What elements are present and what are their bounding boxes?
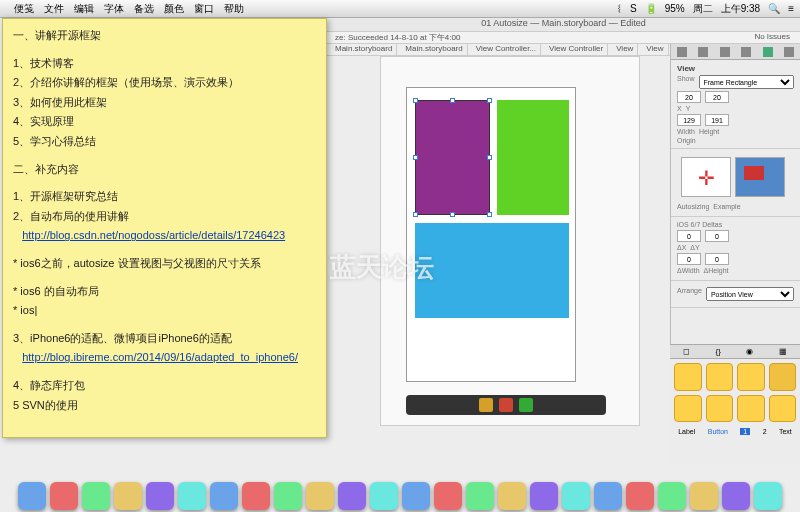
menu-alt[interactable]: 备选 <box>134 2 154 16</box>
inspector-tabs[interactable] <box>671 44 800 60</box>
jump-bar[interactable]: Main.storyboard Main.storyboard View Con… <box>327 44 670 56</box>
purple-view[interactable] <box>415 100 490 215</box>
jump-0[interactable]: Main.storyboard <box>331 44 397 55</box>
autosizing-example <box>735 157 785 197</box>
jump-3[interactable]: View Controller <box>545 44 608 55</box>
screen-icon[interactable]: S <box>630 3 637 14</box>
dock-app-icon[interactable] <box>594 482 622 510</box>
dock-app-icon[interactable] <box>754 482 782 510</box>
clock[interactable]: 上午9:38 <box>721 2 760 16</box>
lib-item[interactable] <box>737 363 765 391</box>
sticky-note[interactable]: 一、讲解开源框架 1、技术博客 2、介绍你讲解的框架（使用场景、演示效果） 3、… <box>2 18 327 438</box>
dock-app-icon[interactable] <box>498 482 526 510</box>
xcode-window-title: 01 Autosize — Main.storyboard — Edited <box>327 18 800 32</box>
dock-app-icon[interactable] <box>242 482 270 510</box>
menu-file[interactable]: 文件 <box>44 2 64 16</box>
notification-icon[interactable]: ≡ <box>788 3 794 14</box>
jump-1[interactable]: Main.storyboard <box>401 44 467 55</box>
lib-item[interactable] <box>737 395 765 423</box>
spotlight-icon[interactable]: 🔍 <box>768 3 780 14</box>
arrange-select[interactable]: Position View <box>706 287 794 301</box>
debug-btn-1[interactable] <box>479 398 493 412</box>
debug-btn-2[interactable] <box>499 398 513 412</box>
x-field[interactable] <box>677 91 701 103</box>
note-l11: 3、iPhone6的适配、微博项目iPhone6的适配 <box>13 330 316 348</box>
menu-font[interactable]: 字体 <box>104 2 124 16</box>
canvas-toolbar <box>406 395 606 415</box>
autosizing-control[interactable]: ✛ <box>681 157 731 197</box>
tab-connections-icon[interactable] <box>784 47 794 57</box>
note-url2[interactable]: http://blog.ibireme.com/2014/09/16/adapt… <box>22 351 298 363</box>
dock-app-icon[interactable] <box>562 482 590 510</box>
menu-window[interactable]: 窗口 <box>194 2 214 16</box>
dock-app-icon[interactable] <box>370 482 398 510</box>
y-label: Y <box>686 105 691 112</box>
x-label: X <box>677 105 682 112</box>
dh-field[interactable] <box>705 253 729 265</box>
menu-color[interactable]: 颜色 <box>164 2 184 16</box>
green-view[interactable] <box>497 100 569 215</box>
battery-icon[interactable]: 🔋 <box>645 3 657 14</box>
dock-app-icon[interactable] <box>466 482 494 510</box>
dock-app-icon[interactable] <box>626 482 654 510</box>
y-field[interactable] <box>705 91 729 103</box>
dock-app-icon[interactable] <box>50 482 78 510</box>
lib-item[interactable] <box>674 395 702 423</box>
dock-app-icon[interactable] <box>82 482 110 510</box>
ib-canvas[interactable] <box>380 56 640 426</box>
deltas-label: iOS 6/7 Deltas <box>677 221 794 228</box>
lib-item[interactable] <box>706 395 734 423</box>
dw-label: ΔWidth <box>677 267 700 274</box>
lib-label: Label <box>678 428 695 435</box>
debug-btn-3[interactable] <box>519 398 533 412</box>
dock-app-icon[interactable] <box>690 482 718 510</box>
show-select[interactable]: Frame Rectangle <box>699 75 794 89</box>
jump-5[interactable]: View <box>642 44 668 55</box>
dock-app-icon[interactable] <box>178 482 206 510</box>
height-field[interactable] <box>705 114 729 126</box>
jump-2[interactable]: View Controller... <box>472 44 541 55</box>
blue-view[interactable] <box>415 223 569 318</box>
wifi-icon[interactable]: ⧙ <box>617 3 622 14</box>
note-l2: 2、介绍你讲解的框架（使用场景、演示效果） <box>13 74 316 92</box>
lib-item[interactable] <box>706 363 734 391</box>
dx-field[interactable] <box>677 230 701 242</box>
view-controller[interactable] <box>406 87 576 382</box>
dock-app-icon[interactable] <box>530 482 558 510</box>
arrange-label: Arrange <box>677 287 702 301</box>
dock-app-icon[interactable] <box>402 482 430 510</box>
tab-attributes-icon[interactable] <box>741 47 751 57</box>
dock-app-icon[interactable] <box>18 482 46 510</box>
dock-app-icon[interactable] <box>210 482 238 510</box>
dock-app-icon[interactable] <box>274 482 302 510</box>
lib-seg2: 2 <box>763 428 767 435</box>
xcode-toolbar: ze: Succeeded 14-8-10 at 下午4:00 No Issue… <box>327 32 800 44</box>
dy-field[interactable] <box>705 230 729 242</box>
library-tabs[interactable]: ◻{}◉▦ <box>670 345 800 359</box>
note-url1[interactable]: http://blog.csdn.net/nogodoss/article/de… <box>22 229 285 241</box>
dock-app-icon[interactable] <box>306 482 334 510</box>
tab-size-icon[interactable] <box>763 47 773 57</box>
dock-app-icon[interactable] <box>146 482 174 510</box>
dock-app-icon[interactable] <box>114 482 142 510</box>
menu-help[interactable]: 帮助 <box>224 2 244 16</box>
lib-item[interactable] <box>674 363 702 391</box>
example-label: Example <box>713 203 740 210</box>
jump-4[interactable]: View <box>612 44 638 55</box>
dw-field[interactable] <box>677 253 701 265</box>
menu-notes[interactable]: 便笺 <box>14 2 34 16</box>
tab-identity-icon[interactable] <box>720 47 730 57</box>
tab-file-icon[interactable] <box>677 47 687 57</box>
tab-help-icon[interactable] <box>698 47 708 57</box>
dock-app-icon[interactable] <box>434 482 462 510</box>
lib-item[interactable] <box>769 395 797 423</box>
issues-status: No Issues <box>754 32 790 43</box>
height-label: Height <box>699 128 719 135</box>
width-field[interactable] <box>677 114 701 126</box>
lib-item[interactable] <box>769 363 797 391</box>
lib-button: Button <box>708 428 728 435</box>
dock-app-icon[interactable] <box>338 482 366 510</box>
menu-edit[interactable]: 编辑 <box>74 2 94 16</box>
dock-app-icon[interactable] <box>658 482 686 510</box>
dock-app-icon[interactable] <box>722 482 750 510</box>
